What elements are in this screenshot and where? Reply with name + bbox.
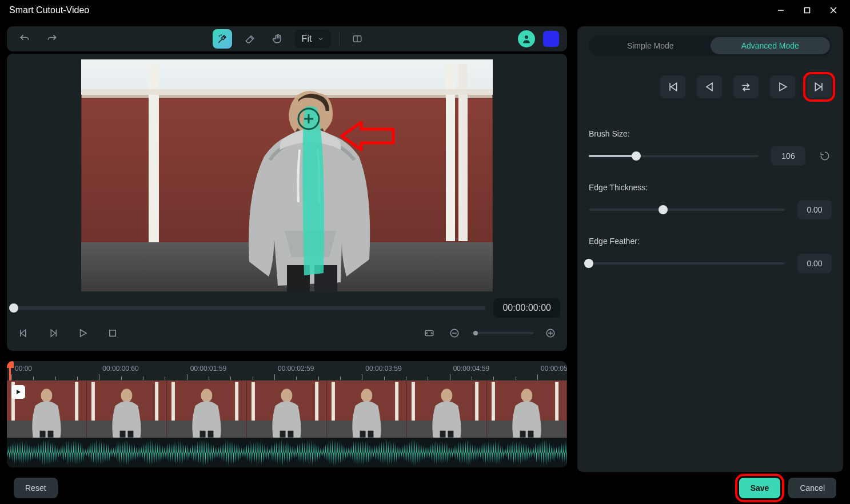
svg-point-41 <box>41 389 53 402</box>
svg-rect-84 <box>520 431 526 438</box>
ruler-tick-label: 00:00:05 <box>541 365 567 373</box>
zoom-out-button[interactable] <box>446 325 463 342</box>
preview-canvas[interactable] <box>11 58 562 293</box>
zoom-slider-handle[interactable] <box>473 331 478 335</box>
svg-point-62 <box>281 389 293 402</box>
fit-to-screen-button[interactable] <box>421 325 438 342</box>
svg-point-8 <box>525 35 528 39</box>
stop-button[interactable] <box>104 325 121 342</box>
compare-button[interactable] <box>348 29 367 49</box>
svg-rect-81 <box>492 382 495 421</box>
svg-rect-53 <box>171 382 175 421</box>
brush-size-value[interactable]: 106 <box>771 146 805 166</box>
svg-rect-75 <box>475 382 478 421</box>
brush-size-label: Brush Size: <box>589 129 832 138</box>
undo-icon <box>19 33 30 45</box>
brush-tool-button[interactable] <box>213 29 232 49</box>
zoom-fit-select[interactable]: Fit <box>295 30 332 48</box>
svg-point-48 <box>121 389 133 402</box>
timeline-thumbnail <box>407 381 487 438</box>
timeline-thumbnail <box>87 381 167 438</box>
step-back-button[interactable] <box>15 325 32 342</box>
eraser-tool-button[interactable] <box>240 29 260 49</box>
stop-icon <box>107 328 118 338</box>
svg-rect-1 <box>805 8 810 13</box>
cancel-button[interactable]: Cancel <box>788 478 836 498</box>
scrubber-handle[interactable] <box>9 303 18 313</box>
go-prev-button[interactable] <box>697 75 722 98</box>
edge-feather-handle[interactable] <box>584 259 593 268</box>
svg-point-69 <box>361 389 373 402</box>
svg-rect-56 <box>200 431 206 438</box>
go-prev-icon <box>704 81 715 93</box>
hand-icon <box>272 34 282 44</box>
hand-tool-button[interactable] <box>268 29 287 49</box>
save-button[interactable]: Save <box>739 478 781 498</box>
svg-marker-90 <box>780 83 787 90</box>
svg-marker-26 <box>51 330 55 337</box>
edge-feather-slider[interactable] <box>589 262 785 265</box>
svg-rect-42 <box>40 431 46 438</box>
preview-toolbar: Fit <box>7 26 567 51</box>
clip-play-badge[interactable] <box>11 385 25 399</box>
svg-rect-77 <box>440 431 446 438</box>
step-back-icon <box>18 328 29 338</box>
tab-advanced-mode[interactable]: Advanced Mode <box>711 37 831 54</box>
zoom-in-button[interactable] <box>542 325 559 342</box>
svg-rect-47 <box>155 382 158 421</box>
timeline-ruler[interactable]: 00:0000:00:00:6000:00:01:5900:00:02:5900… <box>7 361 567 381</box>
go-first-button[interactable] <box>660 75 685 98</box>
background-color-swatch[interactable] <box>543 31 559 47</box>
window-minimize-button[interactable] <box>768 1 794 19</box>
svg-rect-70 <box>360 431 366 438</box>
edge-thickness-slider[interactable] <box>589 209 785 211</box>
zoom-slider[interactable] <box>471 332 534 334</box>
svg-rect-82 <box>555 382 558 421</box>
scrubber-track[interactable] <box>14 306 485 310</box>
subject-overlay-toggle[interactable] <box>518 30 535 47</box>
svg-marker-36 <box>17 390 21 394</box>
transport-controls <box>11 320 562 347</box>
edge-thickness-value[interactable]: 0.00 <box>797 200 832 219</box>
swap-button[interactable] <box>733 75 759 98</box>
edge-thickness-handle[interactable] <box>659 205 668 214</box>
window-close-button[interactable] <box>820 1 847 19</box>
go-first-icon <box>667 81 679 93</box>
reset-button[interactable]: Reset <box>14 478 58 498</box>
svg-rect-49 <box>120 431 126 438</box>
window-controls <box>768 1 847 19</box>
reset-icon <box>820 151 830 161</box>
mode-tabs: Simple Mode Advanced Mode <box>589 35 832 56</box>
undo-button[interactable] <box>15 29 34 49</box>
ruler-tick-label: 00:00:02:59 <box>278 365 314 373</box>
edge-feather-value[interactable]: 0.00 <box>797 254 832 273</box>
svg-rect-68 <box>395 382 398 421</box>
brush-size-reset-button[interactable] <box>818 149 832 163</box>
timeline-video-track[interactable] <box>7 381 567 438</box>
close-icon <box>830 7 837 14</box>
go-next-button[interactable] <box>807 75 832 98</box>
magic-brush-icon <box>217 34 228 44</box>
minimize-icon <box>777 7 784 14</box>
timeline[interactable]: 00:0000:00:00:6000:00:01:5900:00:02:5900… <box>7 361 567 467</box>
brush-size-slider[interactable] <box>589 155 759 157</box>
svg-rect-40 <box>75 382 78 421</box>
tab-simple-mode[interactable]: Simple Mode <box>590 37 711 54</box>
play-keyframes-button[interactable] <box>770 75 795 98</box>
audio-waveform-icon <box>7 438 567 467</box>
step-forward-button[interactable] <box>45 325 62 342</box>
edge-thickness-label: Edge Thickness: <box>589 183 832 192</box>
edge-feather-label: Edge Feather: <box>589 237 832 246</box>
zoom-out-icon <box>449 328 460 338</box>
svg-point-76 <box>441 389 453 402</box>
step-forward-icon <box>48 328 58 338</box>
window-maximize-button[interactable] <box>794 1 820 19</box>
brush-size-handle[interactable] <box>632 151 641 161</box>
timeline-audio-track[interactable] <box>7 438 567 467</box>
redo-button[interactable] <box>42 29 62 49</box>
svg-rect-63 <box>280 431 286 438</box>
zoom-in-icon <box>545 328 556 338</box>
fit-screen-icon <box>424 328 434 338</box>
ruler-tick-label: 00:00:01:59 <box>190 365 226 373</box>
play-button[interactable] <box>74 325 91 342</box>
